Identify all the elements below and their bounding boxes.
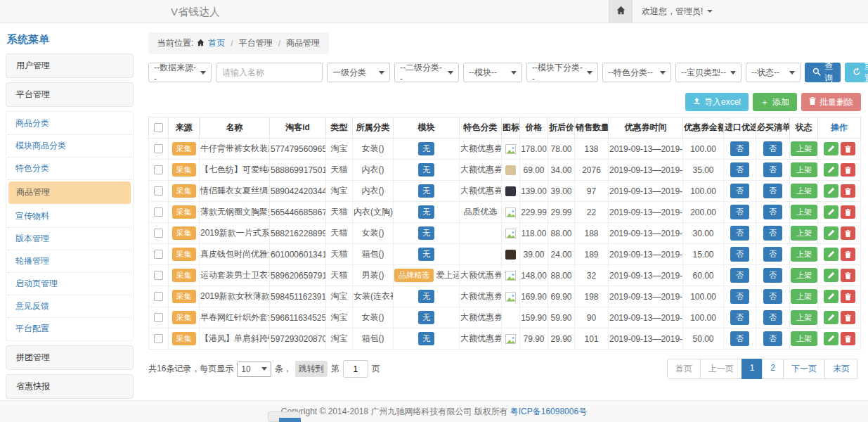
sidebar-group-拼团管理[interactable]: 拼团管理 — [6, 345, 134, 370]
filter-select-level2-category[interactable]: --二级分类-- — [394, 63, 459, 82]
status-toggle[interactable]: 上架 — [791, 268, 817, 283]
name-search-input[interactable] — [216, 63, 323, 82]
status-toggle[interactable]: 上架 — [791, 331, 817, 346]
row-checkbox[interactable] — [154, 186, 163, 196]
status-toggle[interactable]: 上架 — [791, 184, 817, 198]
sidebar-item-平台配置[interactable]: 平台配置 — [8, 318, 131, 340]
add-button[interactable]: ＋ 添加 — [753, 93, 797, 111]
import-select-toggle[interactable]: 否 — [730, 141, 749, 156]
module-badge[interactable]: 无 — [418, 248, 434, 261]
status-toggle[interactable]: 上架 — [791, 141, 817, 156]
page-button-1[interactable]: 1 — [741, 359, 763, 379]
module-badge[interactable]: 无 — [418, 163, 434, 177]
page-button-末页[interactable]: 末页 — [824, 359, 858, 379]
per-page-select[interactable]: 10 — [237, 362, 271, 377]
import-select-toggle[interactable]: 否 — [730, 331, 749, 346]
row-checkbox[interactable] — [154, 271, 163, 280]
must-buy-toggle[interactable]: 否 — [763, 205, 782, 219]
jump-button[interactable]: 跳转到 — [295, 361, 328, 377]
batch-delete-button[interactable]: 批量删除 — [801, 93, 861, 111]
select-all-checkbox[interactable] — [154, 123, 163, 132]
row-checkbox[interactable] — [154, 229, 163, 238]
edit-button[interactable] — [824, 205, 838, 219]
filter-select-module-sub-category[interactable]: --模块下分类-- — [526, 63, 598, 82]
import-select-toggle[interactable]: 否 — [730, 310, 749, 325]
page-button-2[interactable]: 2 — [762, 359, 784, 379]
sidebar-item-版本管理[interactable]: 版本管理 — [8, 228, 131, 250]
status-toggle[interactable]: 上架 — [791, 247, 817, 262]
edit-button[interactable] — [824, 226, 838, 240]
import-select-toggle[interactable]: 否 — [730, 268, 749, 283]
sidebar-item-商品分类[interactable]: 商品分类 — [8, 113, 131, 135]
sidebar-item-启动页管理[interactable]: 启动页管理 — [8, 273, 131, 295]
module-badge[interactable]: 无 — [418, 290, 434, 303]
reset-button[interactable]: 重置 — [845, 63, 868, 82]
sidebar-item-特色分类[interactable]: 特色分类 — [8, 158, 131, 180]
sidebar-item-宣传物料[interactable]: 宣传物料 — [8, 205, 131, 228]
delete-button[interactable] — [841, 226, 855, 240]
row-checkbox[interactable] — [154, 292, 163, 301]
status-toggle[interactable]: 上架 — [791, 162, 817, 177]
breadcrumb-home-link[interactable]: 首页 — [208, 37, 225, 49]
delete-button[interactable] — [841, 332, 855, 345]
page-button-首页[interactable]: 首页 — [667, 359, 701, 379]
sidebar-group-省惠快报[interactable]: 省惠快报 — [6, 374, 134, 399]
delete-button[interactable] — [841, 184, 855, 198]
row-checkbox[interactable] — [154, 313, 163, 322]
delete-button[interactable] — [841, 163, 855, 177]
user-menu[interactable]: 欢迎您，管理员! — [642, 6, 713, 18]
query-button[interactable]: 查询 — [805, 63, 841, 82]
edit-button[interactable] — [824, 184, 838, 198]
filter-select-item-type[interactable]: --宝贝类型-- — [675, 63, 741, 82]
filter-select-module[interactable]: --模块-- — [463, 63, 522, 82]
filter-select-feature-category[interactable]: --特色分类-- — [602, 63, 671, 82]
import-select-toggle[interactable]: 否 — [730, 226, 749, 241]
page-button-上一页[interactable]: 上一页 — [700, 359, 742, 379]
must-buy-toggle[interactable]: 否 — [763, 141, 782, 156]
page-number-input[interactable] — [343, 360, 368, 378]
delete-button[interactable] — [841, 205, 855, 219]
status-toggle[interactable]: 上架 — [791, 226, 817, 241]
edit-button[interactable] — [824, 163, 838, 177]
must-buy-toggle[interactable]: 否 — [763, 184, 782, 198]
must-buy-toggle[interactable]: 否 — [763, 289, 782, 304]
delete-button[interactable] — [841, 269, 855, 282]
import-excel-button[interactable]: 导入excel — [685, 93, 749, 111]
import-select-toggle[interactable]: 否 — [730, 247, 749, 262]
page-button-下一页[interactable]: 下一页 — [783, 359, 825, 379]
import-select-toggle[interactable]: 否 — [730, 205, 749, 219]
sidebar-item-模块商品分类[interactable]: 模块商品分类 — [8, 135, 131, 158]
module-badge[interactable]: 无 — [418, 142, 434, 155]
must-buy-toggle[interactable]: 否 — [763, 331, 782, 346]
delete-button[interactable] — [841, 142, 855, 155]
edit-button[interactable] — [824, 332, 838, 345]
icp-link[interactable]: 粤ICP备16098006号 — [510, 406, 587, 418]
edit-button[interactable] — [824, 142, 838, 155]
filter-select-data-source[interactable]: --数据来源-- — [148, 63, 212, 82]
module-badge[interactable]: 无 — [418, 311, 434, 324]
status-toggle[interactable]: 上架 — [791, 310, 817, 325]
delete-button[interactable] — [841, 311, 855, 324]
row-checkbox[interactable] — [154, 207, 163, 217]
edit-button[interactable] — [824, 290, 838, 303]
row-checkbox[interactable] — [154, 334, 163, 343]
home-button[interactable] — [609, 0, 633, 23]
sidebar-item-意见反馈[interactable]: 意见反馈 — [8, 295, 131, 318]
sidebar-group-平台管理[interactable]: 平台管理 — [6, 82, 134, 107]
row-checkbox[interactable] — [154, 144, 163, 153]
import-select-toggle[interactable]: 否 — [730, 162, 749, 177]
status-toggle[interactable]: 上架 — [791, 289, 817, 304]
row-checkbox[interactable] — [154, 165, 163, 174]
filter-select-status[interactable]: --状态-- — [746, 63, 801, 82]
edit-button[interactable] — [824, 248, 838, 261]
module-badge[interactable]: 品牌精选 — [394, 269, 434, 282]
delete-button[interactable] — [841, 290, 855, 303]
filter-select-level1-category[interactable]: 一级分类 — [327, 63, 390, 82]
sidebar-group-用户管理[interactable]: 用户管理 — [6, 53, 134, 78]
delete-button[interactable] — [841, 248, 855, 261]
module-badge[interactable]: 无 — [418, 226, 434, 240]
must-buy-toggle[interactable]: 否 — [763, 162, 782, 177]
sidebar-item-轮播管理[interactable]: 轮播管理 — [8, 250, 131, 273]
import-select-toggle[interactable]: 否 — [730, 289, 749, 304]
must-buy-toggle[interactable]: 否 — [763, 247, 782, 262]
